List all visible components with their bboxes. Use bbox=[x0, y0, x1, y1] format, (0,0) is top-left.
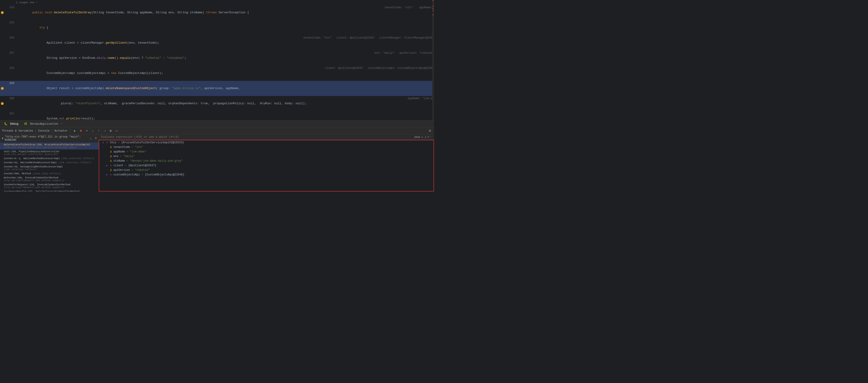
stack-frame-7[interactable]: invokeForRequest:138, InvocableHandlerMe… bbox=[0, 183, 99, 189]
gutter-259 bbox=[0, 81, 5, 96]
var-icon-customObjectsApi: ≡ bbox=[109, 173, 113, 177]
stack-frame-8[interactable]: invokeAndHandle:102, ServletInvocableHan… bbox=[0, 189, 99, 191]
console-label[interactable]: Console bbox=[38, 129, 50, 132]
linenum-259: 259 bbox=[5, 81, 16, 96]
breakpoint-254[interactable] bbox=[1, 11, 4, 14]
var-name-customObjectsApi: customObjectsApi bbox=[114, 173, 140, 177]
frame-pkg-5: (java.lang.reflect) bbox=[32, 172, 61, 175]
gutter-257 bbox=[0, 51, 5, 66]
main-container: 2 usages new * 254 public void deleteSta… bbox=[0, 0, 434, 191]
restore-btn[interactable]: ⊡ bbox=[428, 129, 432, 133]
expr-arrow-down[interactable]: ▼ bbox=[428, 135, 429, 139]
code-content-254: public void deleteStatefulSetGray(String… bbox=[16, 5, 380, 20]
actuator-label[interactable]: Actuator bbox=[55, 129, 68, 132]
var-icon-this: ≡ bbox=[105, 141, 109, 144]
code-content-259: Object result = customObjectsApi.deleteN… bbox=[16, 81, 434, 96]
breakpoint-259[interactable] bbox=[1, 87, 4, 90]
stack-frame-4[interactable]: invoke:43, DelegatingMethodAccessorImpl … bbox=[0, 165, 99, 171]
gutter-261 bbox=[0, 111, 5, 120]
var-expand-env bbox=[105, 155, 108, 158]
var-icon-env: @ bbox=[109, 155, 113, 158]
var-eq-appName: = bbox=[126, 150, 128, 153]
threads-variables-label: Threads & Variables bbox=[2, 129, 33, 132]
stack-frame-0[interactable]: deleteStatefulSetGray:259, KruiseStatefu… bbox=[0, 142, 99, 150]
code-content-261: System.out.println(result); bbox=[16, 111, 434, 120]
stack-frame-6[interactable]: doInvoke:189, InvocableHandlerMethod (or… bbox=[0, 175, 99, 183]
stack-frame-2[interactable]: invoke:0:-1, NativeMethodAccessorImpl (j… bbox=[0, 156, 99, 160]
variables-panel: ▶ ≡ this = {KruiseStatefulSetServiceImpl… bbox=[99, 140, 434, 177]
var-name-env: env bbox=[114, 155, 119, 158]
var-eq-stsName: = bbox=[126, 159, 128, 163]
breakpoint-260[interactable] bbox=[1, 102, 4, 105]
app-icon: 🌿 bbox=[24, 122, 27, 126]
expr-arrow-up[interactable]: ▲ bbox=[425, 135, 427, 139]
stack-frame-5[interactable]: invoke:566, Method (java.lang.reflect) bbox=[0, 171, 99, 175]
usage-hint-line: 2 usages new * bbox=[0, 0, 434, 5]
panel-content: ▼ "http-nio-7007-exec-4"@17,311 in group… bbox=[0, 134, 434, 191]
debug-icon: 🐛 bbox=[4, 122, 7, 126]
run-to-cursor-btn[interactable]: → bbox=[102, 129, 107, 133]
var-expand-this[interactable]: ▶ bbox=[102, 141, 105, 144]
var-icon-apiVersion: @ bbox=[109, 168, 113, 172]
hint-260: appName: "jvm-de bbox=[403, 96, 434, 111]
var-value-env: "daily" bbox=[123, 155, 135, 158]
var-icon-tenantCode: @ bbox=[109, 146, 113, 149]
var-icon-stsName: @ bbox=[109, 159, 113, 163]
code-line-255: 255 try { bbox=[0, 20, 434, 35]
hint-257: env: "daily" apiVersion: "v1beta1" bbox=[370, 51, 434, 66]
more-btn[interactable]: ⋯ bbox=[114, 129, 119, 133]
frame-pkg-3: (jdk.internal.reflect) bbox=[58, 161, 92, 164]
usage-hint: 2 usages new * bbox=[16, 0, 37, 5]
var-this[interactable]: ▶ ≡ this = {KruiseStatefulSetServiceImpl… bbox=[99, 140, 434, 145]
var-stsName[interactable]: @ stsName = "devops-jvm-demo-daily-pod-g… bbox=[99, 159, 434, 163]
tab-debug[interactable]: 🐛 Debug bbox=[2, 121, 21, 127]
var-apiVersion[interactable]: @ apiVersion = "v1beta1" bbox=[99, 168, 434, 172]
var-expand-customObjectsApi[interactable]: ▶ bbox=[105, 173, 108, 176]
panel-tabs: 🐛 Debug 🌿 DevopsApplication × bbox=[0, 121, 434, 127]
code-line-260: 260 plural: "statefulsets", stsName, gra… bbox=[0, 96, 434, 111]
linenum-257: 257 bbox=[5, 51, 16, 66]
toolbar-sep-3 bbox=[70, 129, 70, 133]
filter-btn[interactable]: ⏚ bbox=[90, 136, 92, 140]
var-icon-appName: @ bbox=[109, 150, 113, 153]
var-eq-tenantCode: = bbox=[131, 146, 133, 149]
var-value-tenantCode: "sto" bbox=[135, 146, 143, 149]
hint-256: tenantCode: "sto" client: ApiClient@2264… bbox=[299, 35, 434, 51]
var-client[interactable]: ▶ ≡ client = {ApiClient@22647} bbox=[99, 163, 434, 168]
var-value-stsName: "devops-jvm-demo-daily-pod-gray" bbox=[130, 159, 183, 163]
linenum-261: 261 bbox=[5, 111, 16, 120]
var-tenantCode[interactable]: @ tenantCode = "sto" bbox=[99, 145, 434, 150]
gutter-256 bbox=[0, 35, 5, 51]
expr-chevron[interactable]: › bbox=[430, 135, 432, 139]
var-name-this: this bbox=[110, 141, 117, 144]
scrollbar-marker-5 bbox=[433, 14, 434, 15]
linenum-258: 258 bbox=[5, 66, 16, 81]
var-expand-apiVersion bbox=[105, 169, 108, 171]
stop-btn[interactable]: ■ bbox=[79, 129, 83, 133]
code-line-257: 257 String apiVersion = EnvEnum.daily.na… bbox=[0, 51, 434, 66]
editor-scrollbar[interactable] bbox=[432, 0, 434, 120]
panel-toolbar: Threads & Variables Console Actuator ▶ ■… bbox=[0, 127, 434, 134]
var-env[interactable]: @ env = "daily" bbox=[99, 154, 434, 159]
tab-app-close[interactable]: × bbox=[61, 122, 62, 126]
step-out-btn[interactable]: ↑ bbox=[96, 129, 101, 133]
frame-method-0: deleteStatefulSetGray:259, KruiseStatefu… bbox=[4, 143, 90, 146]
var-customObjectsApi[interactable]: ▶ ≡ customObjectsApi = {CustomObjectsApi… bbox=[99, 172, 434, 177]
tab-app[interactable]: 🌿 DevopsApplication × bbox=[22, 121, 64, 127]
var-name-appName: appName bbox=[114, 150, 125, 153]
var-eq-client: = bbox=[125, 164, 126, 167]
evaluate-btn[interactable]: ⚙ bbox=[108, 129, 113, 133]
code-content-260: plural: "statefulsets", stsName, gracePe… bbox=[16, 96, 403, 111]
resume-btn[interactable]: ▶ bbox=[72, 129, 77, 133]
stack-frame-3[interactable]: invoke:62, NativeMethodAccessorImpl (jdk… bbox=[0, 160, 99, 165]
step-over-btn[interactable]: ↷ bbox=[85, 129, 89, 133]
var-eq-customObjectsApi: = bbox=[142, 173, 143, 177]
var-value-this: {KruiseStatefulSetServiceImplV2@19153} bbox=[121, 141, 184, 144]
stack-frame-1[interactable]: test:130, PipelineDeployJobController (c… bbox=[0, 150, 99, 156]
step-into-btn[interactable]: ↓ bbox=[91, 129, 95, 133]
expression-placeholder[interactable]: Evaluate expression (⌥F8) or add a watch… bbox=[101, 135, 414, 139]
var-appName[interactable]: @ appName = "jvm-demo" bbox=[99, 150, 434, 154]
expand-btn[interactable]: ▼ bbox=[95, 136, 97, 140]
left-panel: ▼ "http-nio-7007-exec-4"@17,311 in group… bbox=[0, 134, 99, 191]
var-expand-client[interactable]: ▶ bbox=[105, 164, 108, 167]
